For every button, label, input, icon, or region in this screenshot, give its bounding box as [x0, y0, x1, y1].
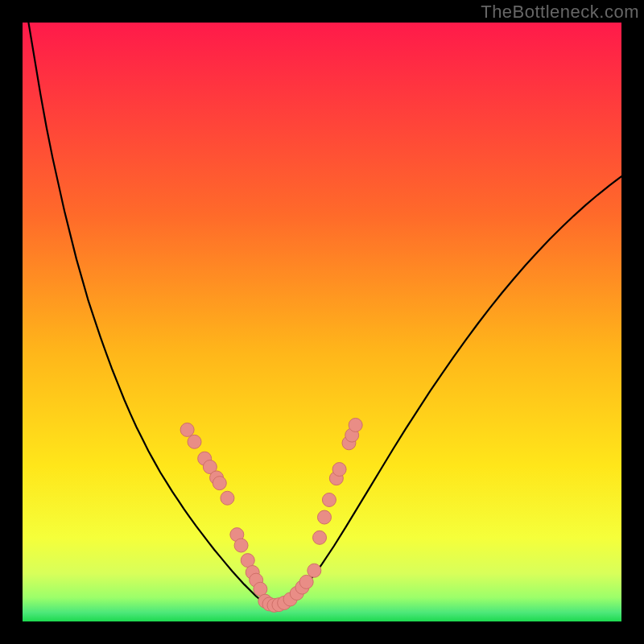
plot-area [23, 23, 621, 621]
data-marker [180, 423, 194, 436]
data-marker [308, 564, 321, 577]
marker-group [180, 418, 362, 612]
data-marker [349, 418, 362, 431]
data-marker [317, 510, 331, 524]
chart-frame: TheBottleneck.com [0, 0, 644, 644]
data-marker [322, 493, 336, 506]
watermark-text: TheBottleneck.com [481, 2, 639, 23]
data-marker [213, 477, 226, 490]
data-marker [188, 435, 201, 448]
data-marker [221, 491, 234, 505]
chart-svg [23, 23, 621, 621]
data-marker [234, 539, 248, 552]
data-marker [313, 530, 327, 544]
data-marker [332, 463, 346, 477]
